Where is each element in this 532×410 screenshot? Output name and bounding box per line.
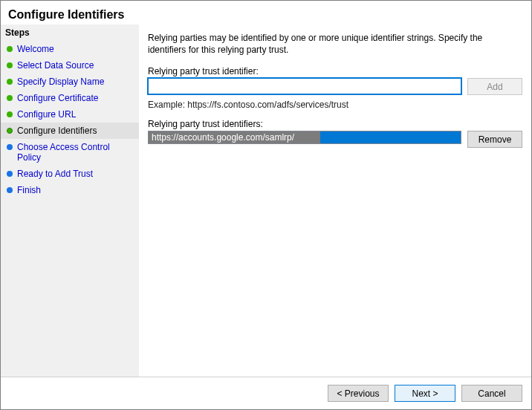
step-configure-url[interactable]: Configure URL xyxy=(1,106,139,123)
bullet-icon xyxy=(7,144,13,150)
bullet-icon xyxy=(7,79,13,85)
step-label[interactable]: Select Data Source xyxy=(17,60,94,71)
step-configure-identifiers[interactable]: Configure Identifiers xyxy=(1,123,139,139)
step-label[interactable]: Welcome xyxy=(17,44,54,54)
page-title: Configure Identifiers xyxy=(1,1,531,25)
step-ready-to-add-trust[interactable]: Ready to Add Trust xyxy=(1,166,139,182)
bullet-icon xyxy=(7,46,13,52)
identifier-input-label: Relying party trust identifier: xyxy=(148,66,522,77)
step-finish[interactable]: Finish xyxy=(1,182,139,198)
step-label[interactable]: Choose Access Control Policy xyxy=(17,142,134,163)
wizard-body: Steps Welcome Select Data Source Specify… xyxy=(1,25,531,377)
list-item-text: https://accounts.google.com/samlrp/ xyxy=(149,131,320,143)
list-item-highlight xyxy=(320,131,461,143)
bullet-icon xyxy=(7,187,13,193)
identifier-input[interactable] xyxy=(148,78,461,94)
step-label[interactable]: Configure URL xyxy=(17,109,76,120)
wizard-window: Configure Identifiers Steps Welcome Sele… xyxy=(0,0,532,410)
cancel-button[interactable]: Cancel xyxy=(461,385,522,402)
bullet-icon xyxy=(7,95,13,101)
step-select-data-source[interactable]: Select Data Source xyxy=(1,57,139,74)
step-specify-display-name[interactable]: Specify Display Name xyxy=(1,74,139,90)
step-label[interactable]: Finish xyxy=(17,185,41,195)
list-item[interactable]: https://accounts.google.com/samlrp/ xyxy=(149,131,461,143)
identifier-list-label: Relying party trust identifiers: xyxy=(148,119,522,129)
identifier-list-row: https://accounts.google.com/samlrp/ Remo… xyxy=(148,131,522,371)
step-choose-access-control-policy[interactable]: Choose Access Control Policy xyxy=(1,139,139,166)
previous-button[interactable]: < Previous xyxy=(328,385,389,402)
next-button[interactable]: Next > xyxy=(395,385,455,402)
add-button[interactable]: Add xyxy=(467,78,522,95)
bullet-icon xyxy=(7,111,13,117)
bullet-icon xyxy=(7,128,13,134)
steps-sidebar: Steps Welcome Select Data Source Specify… xyxy=(1,25,139,377)
content-pane: Relying parties may be identified by one… xyxy=(139,25,531,377)
identifier-input-row: Add xyxy=(148,78,522,95)
step-label[interactable]: Specify Display Name xyxy=(17,77,104,87)
step-configure-certificate[interactable]: Configure Certificate xyxy=(1,90,139,106)
step-label: Configure Identifiers xyxy=(17,126,97,136)
wizard-footer: < Previous Next > Cancel xyxy=(1,377,531,409)
step-welcome[interactable]: Welcome xyxy=(1,41,139,57)
step-label[interactable]: Configure Certificate xyxy=(17,93,98,103)
remove-button[interactable]: Remove xyxy=(467,131,522,148)
steps-header: Steps xyxy=(1,25,139,41)
example-text: Example: https://fs.contoso.com/adfs/ser… xyxy=(148,100,522,110)
bullet-icon xyxy=(7,62,13,68)
bullet-icon xyxy=(7,171,13,177)
step-label[interactable]: Ready to Add Trust xyxy=(17,169,93,179)
instruction-text: Relying parties may be identified by one… xyxy=(148,32,522,56)
identifier-listbox[interactable]: https://accounts.google.com/samlrp/ xyxy=(148,131,461,144)
